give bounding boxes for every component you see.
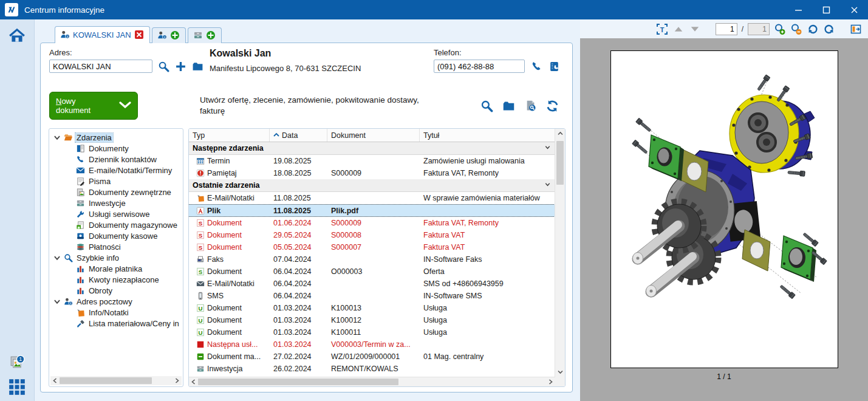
address-input[interactable]	[49, 60, 152, 73]
tab-new-project[interactable]	[188, 27, 222, 43]
tree-item[interactable]: Kwoty niezapłacone	[50, 274, 183, 285]
table-row[interactable]: Faks07.04.2024IN-Software Faks	[189, 253, 555, 266]
cell-data: 11.08.2025	[270, 194, 327, 202]
pdf-viewer[interactable]: 1 / 1	[580, 38, 868, 401]
tree-item[interactable]: E-maile/Notatki/Terminy	[50, 165, 183, 176]
scroll-left-icon[interactable]	[189, 377, 198, 386]
scrollbar-thumb[interactable]	[60, 377, 152, 384]
close-button[interactable]	[840, 0, 868, 19]
chevron-down-icon[interactable]	[544, 144, 551, 153]
table-row[interactable]: SDokument01.06.2024S000009Faktura VAT, R…	[189, 217, 555, 229]
events-horizontal-scrollbar[interactable]	[189, 377, 555, 386]
phone-input[interactable]	[434, 60, 525, 73]
next-page-icon[interactable]	[689, 23, 701, 35]
tree-item[interactable]: Obroty	[50, 285, 183, 296]
table-row[interactable]: E-Mail/Notatki06.04.2024SMS od +48606943…	[189, 278, 555, 290]
toggle-panel-icon[interactable]	[850, 23, 862, 35]
table-row[interactable]: Dokument ma...27.02.2024WZ/01/2009/00000…	[189, 351, 555, 363]
tree-item[interactable]: Szybkie info	[50, 252, 183, 263]
table-row[interactable]: Pamiętaj18.08.2025S000009Faktura VAT, Re…	[189, 167, 555, 179]
tree-item[interactable]: Pisma	[50, 176, 183, 187]
search-address-icon[interactable]	[158, 61, 169, 72]
zoom-in-icon[interactable]	[774, 23, 786, 35]
tree-item[interactable]: Zdarzenia	[50, 132, 183, 143]
add-plus-icon[interactable]	[170, 30, 180, 40]
events-table-header: Typ Data Dokument Tytuł	[189, 129, 555, 142]
table-row[interactable]: SMS06.04.2024IN-Software SMS	[189, 290, 555, 302]
table-group-row[interactable]: Ostatnie zdarzenia	[189, 179, 555, 192]
table-row[interactable]: E-Mail/Notatki11.08.2025W sprawie zamówi…	[189, 192, 555, 204]
apps-grid-button[interactable]	[8, 378, 26, 396]
search-events-icon[interactable]	[480, 100, 493, 112]
events-vertical-scrollbar[interactable]	[555, 129, 565, 377]
scroll-up-icon[interactable]	[556, 129, 565, 138]
add-address-icon[interactable]	[175, 61, 186, 72]
phone-label: Telefon:	[434, 48, 560, 57]
table-row[interactable]: UDokument01.03.2024K100012Usługa	[189, 314, 555, 326]
rotate-right-icon[interactable]	[823, 23, 835, 35]
documents-badge-button[interactable]: 1	[8, 354, 26, 372]
tree-item[interactable]: Info/Notatki	[50, 307, 183, 318]
table-row[interactable]: UDokument01.03.2024K100013Usługa	[189, 302, 555, 314]
add-plus-icon[interactable]	[206, 30, 216, 40]
table-row[interactable]: UDokument01.03.2024K100011Usługa	[189, 326, 555, 338]
table-row[interactable]: SDokument29.05.2024S000008Faktura VAT	[189, 229, 555, 241]
table-row[interactable]: Inwestycja26.02.2024REMONT/KOWALS	[189, 363, 555, 375]
table-row[interactable]: Termin19.08.2025Zamówienie usługi malowa…	[189, 155, 555, 167]
previous-page-icon[interactable]	[672, 23, 685, 35]
table-row[interactable]: SDokument05.05.2024S000007Faktura VAT	[189, 241, 555, 253]
chevron-down-icon[interactable]	[53, 253, 61, 262]
tree-item[interactable]: Lista materiałowa/Ceny in	[50, 318, 183, 329]
column-header-dokument[interactable]: Dokument	[327, 129, 420, 142]
column-header-data[interactable]: Data	[270, 129, 327, 142]
tree-item[interactable]: Morale płatnika	[50, 263, 183, 274]
table-row[interactable]: SDokument06.04.2024O000003Oferta	[189, 266, 555, 278]
cell-dokument: REMONT/KOWALS	[327, 365, 420, 373]
home-button[interactable]	[8, 27, 26, 45]
minimize-button[interactable]	[784, 0, 812, 19]
refresh-icon[interactable]	[546, 100, 559, 112]
tree-item[interactable]: iAdres pocztowy	[50, 296, 183, 307]
column-header-typ[interactable]: Typ	[189, 129, 270, 142]
chevron-down-icon[interactable]	[544, 181, 551, 190]
new-document-button[interactable]: Nowydokument	[49, 92, 138, 120]
tree-horizontal-scrollbar[interactable]	[50, 376, 182, 385]
tree-item[interactable]: Płatności	[50, 241, 183, 252]
scroll-down-icon[interactable]	[556, 368, 565, 377]
scroll-right-icon[interactable]	[173, 376, 182, 385]
tree-item[interactable]: Inwestycje	[50, 197, 183, 208]
tab-kowalski-jan[interactable]: i KOWALSKI JAN	[55, 26, 150, 43]
table-row[interactable]: Następna usł...01.03.2024V000003/Termin …	[189, 338, 555, 351]
open-folder-icon[interactable]	[192, 61, 203, 72]
tab-new-address[interactable]: i	[152, 27, 186, 43]
chevron-down-icon[interactable]	[53, 133, 61, 142]
tree-item[interactable]: Dokumenty	[50, 143, 183, 154]
column-header-tytul[interactable]: Tytuł	[420, 129, 555, 142]
folder-icon[interactable]	[502, 100, 515, 112]
maximize-button[interactable]	[812, 0, 840, 19]
s-red-icon: S	[196, 243, 205, 252]
chevron-down-icon[interactable]	[53, 297, 61, 306]
phonebook-icon[interactable]	[548, 61, 560, 72]
tree-item[interactable]: Dokumenty zewnętrzne	[50, 187, 183, 197]
tree-item[interactable]: Dokumenty magazynowe	[50, 219, 183, 230]
new-document-button-label: Nowydokument	[50, 97, 108, 115]
tree-item[interactable]: Usługi serwisowe	[50, 208, 183, 219]
fit-text-icon[interactable]: T	[656, 23, 668, 35]
cell-dokument: V000003/Termin w za...	[327, 340, 420, 349]
tree-item[interactable]: Dokumenty kasowe	[50, 230, 183, 241]
page-number-input[interactable]	[716, 23, 737, 35]
tree-item[interactable]: Dziennik kontaktów	[50, 154, 183, 165]
scroll-left-icon[interactable]	[50, 376, 60, 385]
table-group-row[interactable]: Następne zdarzenia	[189, 142, 555, 155]
scroll-right-icon[interactable]	[546, 377, 555, 386]
rotate-left-icon[interactable]	[807, 23, 819, 35]
cabinet-icon	[196, 365, 205, 373]
tab-close-icon[interactable]	[134, 30, 144, 39]
scrollbar-thumb[interactable]	[556, 141, 564, 185]
call-phone-icon[interactable]	[531, 61, 542, 72]
zoom-out-icon[interactable]	[790, 23, 802, 35]
preview-document-icon[interactable]	[524, 100, 537, 112]
table-row[interactable]: Plik11.08.2025Plik.pdf	[189, 204, 555, 217]
scrollbar-thumb[interactable]	[198, 379, 398, 385]
